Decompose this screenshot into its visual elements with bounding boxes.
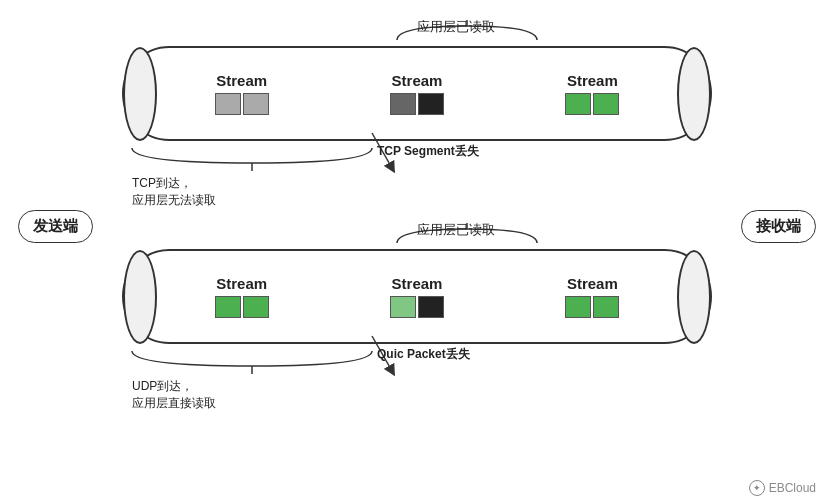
top-stream-3: Stream (565, 72, 619, 115)
seg-gray-1 (215, 93, 241, 115)
bottom-stream-1: Stream (215, 275, 269, 318)
bottom-brace-text: UDP到达，应用层直接读取 (132, 378, 216, 412)
bottom-arrow-label: Quic Packet丢失 (377, 346, 470, 363)
top-stream-2: Stream (390, 72, 444, 115)
top-arrow-label: TCP Segment丢失 (377, 143, 479, 160)
bottom-stream-3: Stream (565, 275, 619, 318)
top-tube: Stream Stream Stream (122, 46, 712, 141)
watermark-icon: ✦ (749, 480, 765, 496)
top-stream-1: Stream (215, 72, 269, 115)
seg-green-1 (565, 93, 591, 115)
seg-dark-1 (390, 93, 416, 115)
seg-green-2 (593, 93, 619, 115)
b-seg-green-4 (593, 296, 619, 318)
seg-black-1 (418, 93, 444, 115)
watermark: ✦ EBCloud (749, 480, 816, 496)
main-diagram: 发送端 接收端 应用层已读取 Stream (0, 0, 834, 504)
top-section: 应用层已读取 Stream Stream (67, 18, 767, 203)
bottom-below-brace-svg (122, 346, 382, 381)
b-seg-black (418, 296, 444, 318)
bottom-tube: Stream Stream Stream (122, 249, 712, 344)
b-seg-green-2 (243, 296, 269, 318)
top-brace-text: TCP到达，应用层无法读取 (132, 175, 216, 209)
b-seg-green-light (390, 296, 416, 318)
bottom-section: 应用层已读取 Stream Stream (67, 221, 767, 406)
top-above-label: 应用层已读取 (417, 18, 495, 36)
bottom-above-label: 应用层已读取 (417, 221, 495, 239)
seg-gray-2 (243, 93, 269, 115)
bottom-stream-2: Stream (390, 275, 444, 318)
top-below-brace-svg (122, 143, 382, 178)
b-seg-green-3 (565, 296, 591, 318)
b-seg-green-1 (215, 296, 241, 318)
